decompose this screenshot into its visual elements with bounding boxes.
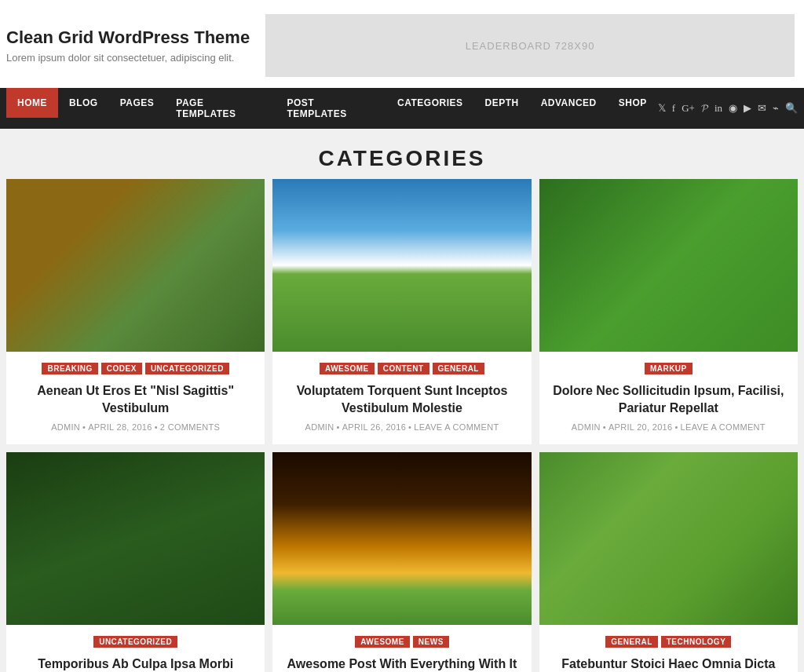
tag-list: AWESOMECONTENTGENERAL — [283, 363, 520, 374]
site-header: Clean Grid WordPress Theme Lorem ipsum d… — [0, 0, 804, 88]
post-image — [6, 452, 265, 625]
post-comments[interactable]: LEAVE A COMMENT — [681, 422, 766, 432]
post-tag[interactable]: UNCATEGORIZED — [145, 363, 229, 374]
categories-section: CATEGORIES — [6, 135, 798, 176]
post-card: MARKUPDolore Nec Sollicitudin Ipsum, Fac… — [539, 179, 798, 444]
tag-list: GENERALTECHNOLOGY — [550, 636, 787, 648]
post-tag[interactable]: TECHNOLOGY — [661, 636, 732, 648]
post-tag[interactable]: NEWS — [413, 636, 449, 648]
post-card-body: AWESOMENEWSAwesome Post With Everything … — [272, 625, 531, 672]
post-author: ADMIN — [572, 422, 601, 432]
post-grid: BREAKINGCODEXUNCATEGORIZEDAenean Ut Eros… — [6, 179, 798, 672]
post-date: APRIL 26, 2016 — [342, 422, 406, 432]
post-title[interactable]: Voluptatem Torquent Sunt Inceptos Vestib… — [283, 382, 520, 416]
twitter-icon[interactable]: 𝕏 — [658, 102, 666, 115]
post-title[interactable]: Dolore Nec Sollicitudin Ipsum, Facilisi,… — [550, 382, 787, 416]
email-icon[interactable]: ✉ — [758, 102, 766, 115]
instagram-icon[interactable]: ◉ — [729, 102, 737, 115]
post-card-body: MARKUPDolore Nec Sollicitudin Ipsum, Fac… — [539, 352, 798, 444]
tag-list: UNCATEGORIZED — [17, 636, 254, 648]
post-card: BREAKINGCODEXUNCATEGORIZEDAenean Ut Eros… — [6, 179, 265, 444]
nav-item-categories[interactable]: CATEGORIES — [386, 88, 473, 129]
post-card: AWESOMENEWSAwesome Post With Everything … — [272, 452, 531, 672]
post-image — [539, 179, 798, 352]
post-card-body: GENERALTECHNOLOGYFatebuntur Stoici Haec … — [539, 625, 798, 672]
site-branding: Clean Grid WordPress Theme Lorem ipsum d… — [6, 27, 250, 63]
post-image — [272, 452, 531, 625]
google-plus-icon[interactable]: G+ — [682, 102, 695, 115]
linkedin-icon[interactable]: in — [714, 102, 722, 115]
site-title: Clean Grid WordPress Theme — [6, 27, 250, 48]
post-date: APRIL 28, 2016 — [88, 422, 152, 432]
post-meta: ADMIN•APRIL 20, 2016•LEAVE A COMMENT — [550, 422, 787, 432]
post-title[interactable]: Awesome Post With Everything With It — [283, 656, 520, 672]
nav-item-blog[interactable]: BLOG — [58, 88, 109, 129]
post-author: ADMIN — [305, 422, 334, 432]
post-tag[interactable]: AWESOME — [320, 363, 375, 374]
main-content: CATEGORIES BREAKINGCODEXUNCATEGORIZEDAen… — [0, 129, 804, 672]
post-tag[interactable]: GENERAL — [433, 363, 484, 374]
post-card: GENERALTECHNOLOGYFatebuntur Stoici Haec … — [539, 452, 798, 672]
nav-item-advanced[interactable]: ADVANCED — [530, 88, 608, 129]
nav-item-page-templates[interactable]: PAGE TEMPLATES — [165, 88, 276, 129]
post-tag[interactable]: BREAKING — [42, 363, 97, 374]
pinterest-icon[interactable]: 𝓟 — [701, 102, 708, 115]
post-card-body: AWESOMECONTENTGENERALVoluptatem Torquent… — [272, 352, 531, 444]
nav-social: 𝕏 f G+ 𝓟 in ◉ ▶ ✉ ⌁ 🔍 — [658, 102, 798, 115]
youtube-icon[interactable]: ▶ — [744, 102, 751, 115]
post-card-body: BREAKINGCODEXUNCATEGORIZEDAenean Ut Eros… — [6, 352, 265, 444]
post-card-body: UNCATEGORIZEDTemporibus Ab Culpa Ipsa Mo… — [6, 625, 265, 672]
post-tag[interactable]: MARKUP — [645, 363, 693, 374]
post-tag[interactable]: UNCATEGORIZED — [93, 636, 177, 648]
post-title[interactable]: Aenean Ut Eros Et "Nisl Sagittis" Vestib… — [17, 382, 254, 416]
search-icon[interactable]: 🔍 — [785, 102, 798, 115]
tag-list: MARKUP — [550, 363, 787, 374]
tag-list: AWESOMENEWS — [283, 636, 520, 648]
nav-item-pages[interactable]: PAGES — [109, 88, 166, 129]
post-author: ADMIN — [51, 422, 80, 432]
post-image — [539, 452, 798, 625]
post-tag[interactable]: CODEX — [101, 363, 142, 374]
nav-links: HOME BLOG PAGES PAGE TEMPLATES POST TEMP… — [6, 88, 658, 129]
nav-item-shop[interactable]: SHOP — [608, 88, 658, 129]
rss-icon[interactable]: ⌁ — [773, 102, 779, 115]
post-title[interactable]: Temporibus Ab Culpa Ipsa Morbi — [17, 656, 254, 672]
nav-item-home[interactable]: HOME — [6, 88, 58, 129]
main-nav: HOME BLOG PAGES PAGE TEMPLATES POST TEMP… — [0, 88, 804, 129]
post-card: AWESOMECONTENTGENERALVoluptatem Torquent… — [272, 179, 531, 444]
facebook-icon[interactable]: f — [672, 102, 675, 115]
post-image — [6, 179, 265, 352]
post-comments[interactable]: 2 COMMENTS — [160, 422, 220, 432]
post-image — [272, 179, 531, 352]
tag-list: BREAKINGCODEXUNCATEGORIZED — [17, 363, 254, 374]
site-tagline: Lorem ipsum dolor sit consectetuer, adip… — [6, 52, 250, 64]
post-meta: ADMIN•APRIL 28, 2016•2 COMMENTS — [17, 422, 254, 432]
post-comments[interactable]: LEAVE A COMMENT — [414, 422, 499, 432]
categories-title: CATEGORIES — [6, 146, 798, 171]
post-card: UNCATEGORIZEDTemporibus Ab Culpa Ipsa Mo… — [6, 452, 265, 672]
post-tag[interactable]: CONTENT — [378, 363, 429, 374]
leaderboard-ad: LEADERBOARD 728X90 — [265, 14, 795, 77]
post-date: APRIL 20, 2016 — [608, 422, 672, 432]
post-tag[interactable]: GENERAL — [605, 636, 657, 648]
post-title[interactable]: Fatebuntur Stoici Haec Omnia Dicta — [550, 656, 787, 672]
post-tag[interactable]: AWESOME — [355, 636, 410, 648]
nav-item-post-templates[interactable]: POST TEMPLATES — [276, 88, 386, 129]
nav-item-depth[interactable]: DEPTH — [473, 88, 529, 129]
post-meta: ADMIN•APRIL 26, 2016•LEAVE A COMMENT — [283, 422, 520, 432]
